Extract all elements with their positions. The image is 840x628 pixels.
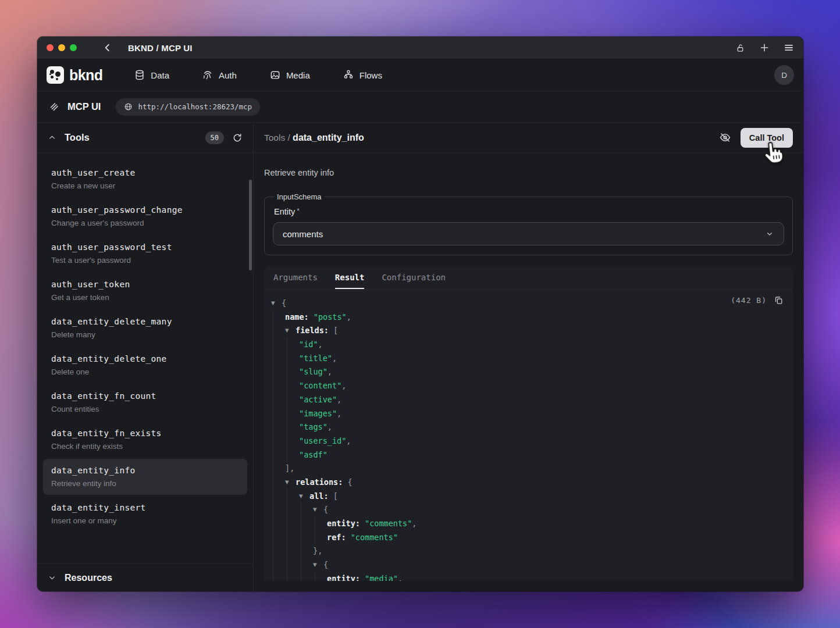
indent-guide	[285, 517, 299, 531]
main-panel: Tools / data_entity_info Call Tool Retri…	[254, 123, 803, 591]
image-icon	[269, 69, 281, 81]
indent-guide	[271, 448, 285, 462]
tree-toggle-icon[interactable]: ▼	[299, 490, 309, 504]
indent-guide	[313, 517, 327, 531]
json-token-str: "comments"	[365, 517, 412, 531]
tool-name: data_entity_fn_count	[51, 391, 239, 401]
indent-guide	[285, 434, 299, 448]
copy-icon	[774, 295, 784, 305]
json-token-punct: ,	[347, 311, 351, 324]
new-tab-button[interactable]	[759, 42, 770, 53]
eye-off-icon	[719, 131, 731, 144]
resources-section-header[interactable]: Resources	[37, 563, 253, 591]
chevron-up-icon[interactable]	[48, 133, 56, 142]
breadcrumb-parent[interactable]: Tools	[264, 133, 285, 142]
indent-guide	[285, 379, 299, 393]
tool-list-item[interactable]: data_entity_infoRetrieve entity info	[43, 459, 247, 495]
json-token-key: name:	[285, 311, 314, 324]
tools-section-header[interactable]: Tools 50	[37, 123, 253, 153]
indent-guide	[285, 490, 299, 504]
refresh-tools-button[interactable]	[232, 133, 243, 143]
tool-list-item[interactable]: auth_user_password_changeChange a user's…	[43, 198, 247, 234]
user-avatar[interactable]: D	[774, 65, 794, 85]
json-line: ▼{	[271, 558, 784, 572]
tree-toggle-icon[interactable]: ▼	[313, 558, 323, 572]
tool-list-item[interactable]: data_entity_delete_manyDelete many	[43, 310, 247, 346]
tool-list-item[interactable]: auth_user_tokenGet a user token	[43, 273, 247, 309]
close-button[interactable]	[47, 44, 54, 51]
json-line: ],	[271, 462, 784, 476]
main-nav: Data Auth Media Flows	[134, 69, 382, 81]
tool-name: auth_user_password_test	[51, 242, 239, 252]
tree-toggle-icon[interactable]: ▼	[271, 297, 282, 311]
json-token-str: "images"	[299, 407, 337, 421]
eye-off-button[interactable]	[719, 131, 731, 144]
tree-toggle-icon[interactable]: ▼	[285, 476, 296, 490]
zoom-button[interactable]	[70, 44, 77, 51]
json-line: ▼all: [	[271, 490, 784, 504]
json-token-str: "tags"	[299, 420, 328, 434]
indent-guide	[285, 558, 299, 572]
json-token-str: "users_id"	[299, 434, 346, 448]
call-tool-button[interactable]: Call Tool	[741, 128, 793, 148]
chevron-down-icon[interactable]	[48, 573, 56, 582]
json-token-str: "posts"	[314, 311, 347, 324]
tab-configuration[interactable]: Configuration	[382, 266, 446, 289]
nav-item-auth[interactable]: Auth	[202, 69, 237, 81]
tree-toggle-icon[interactable]: ▼	[285, 324, 296, 338]
tool-detail: Retrieve entity info InputSchema Entity*…	[254, 153, 803, 591]
json-token-str: "media"	[365, 572, 398, 581]
indent-guide	[271, 407, 285, 421]
tool-desc: Retrieve entity info	[51, 479, 239, 488]
bknd-logo-icon	[47, 66, 64, 84]
tool-desc: Test a user's password	[51, 256, 239, 265]
breadcrumb-row: Tools / data_entity_info Call Tool	[254, 123, 803, 153]
tool-list-item[interactable]: data_entity_insertInsert one or many	[43, 496, 247, 532]
menu-button[interactable]	[784, 42, 794, 53]
tool-desc: Get a user token	[51, 293, 239, 302]
tools-count-badge: 50	[205, 131, 224, 144]
tool-list-item[interactable]: data_entity_fn_existsCheck if entity exi…	[43, 422, 247, 458]
indent-guide	[285, 531, 299, 545]
nav-item-data[interactable]: Data	[134, 69, 169, 81]
indent-guide	[285, 448, 299, 462]
indent-guide	[271, 434, 285, 448]
tool-desc: Count entities	[51, 405, 239, 413]
json-token-punct: ,	[328, 365, 332, 379]
entity-select[interactable]: comments	[273, 222, 784, 245]
tab-result[interactable]: Result	[335, 266, 365, 289]
tool-list-item[interactable]: auth_user_createCreate a new user	[43, 161, 247, 197]
json-line: },	[271, 544, 784, 558]
unlock-button[interactable]	[735, 43, 745, 53]
tools-list: auth_user_createCreate a new userauth_us…	[37, 153, 253, 563]
json-line: "active",	[271, 393, 784, 407]
json-token-punct: {	[323, 503, 328, 517]
json-line: "users_id",	[271, 434, 784, 448]
tab-arguments[interactable]: Arguments	[273, 266, 318, 289]
unlock-icon	[735, 43, 745, 53]
tool-list-item[interactable]: data_entity_fn_countCount entities	[43, 384, 247, 420]
nav-item-media[interactable]: Media	[269, 69, 310, 81]
minimize-button[interactable]	[58, 44, 65, 51]
tool-list-item[interactable]: auth_user_password_testTest a user's pas…	[43, 236, 247, 272]
chevron-down-icon	[765, 229, 774, 238]
json-token-punct: ,	[337, 393, 341, 407]
json-token-key: entity:	[327, 517, 365, 531]
indent-guide	[285, 393, 299, 407]
json-token-punct: ,	[328, 420, 332, 434]
tree-toggle-icon[interactable]: ▼	[313, 503, 323, 517]
mcp-icon	[49, 101, 60, 112]
indent-guide	[271, 420, 285, 434]
back-button[interactable]	[102, 42, 113, 53]
indent-guide	[299, 517, 313, 531]
json-line: "content",	[271, 379, 784, 393]
breadcrumb: Tools / data_entity_info	[264, 133, 364, 143]
copy-button[interactable]	[774, 295, 784, 305]
indent-guide	[271, 393, 285, 407]
json-token-punct: ,	[337, 407, 341, 421]
json-line: "title",	[271, 352, 784, 366]
json-token-punct: ,	[398, 572, 403, 581]
nav-item-flows[interactable]: Flows	[343, 69, 382, 81]
tool-list-item[interactable]: data_entity_delete_oneDelete one	[43, 347, 247, 383]
sidebar-scrollbar[interactable]	[249, 180, 252, 270]
